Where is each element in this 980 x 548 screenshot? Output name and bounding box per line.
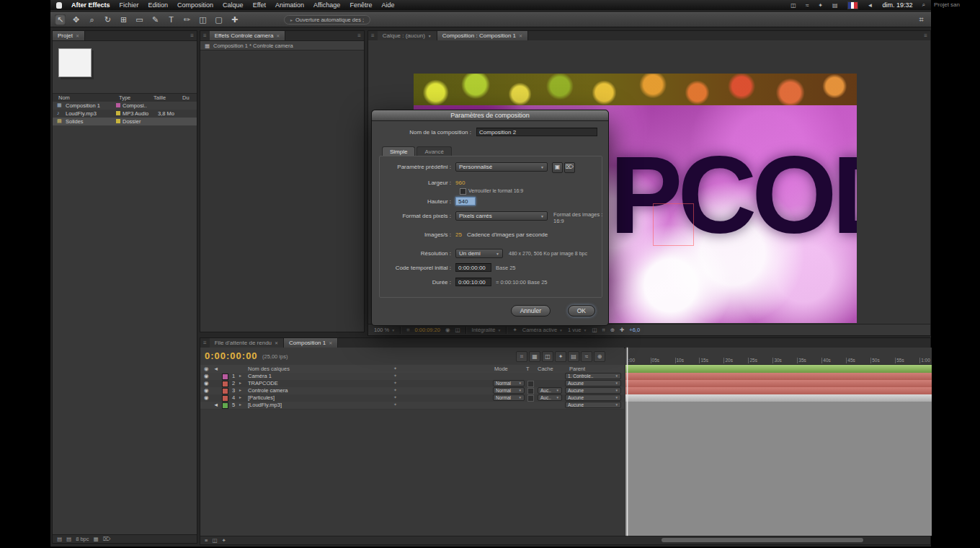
dropdown-icon[interactable]: ▼ [428, 34, 432, 38]
trkmat-checkbox[interactable] [527, 395, 534, 402]
french-flag-input-menu-icon[interactable] [847, 1, 858, 9]
expander-icon[interactable]: ▸ [239, 373, 241, 378]
bit-depth-indicator[interactable]: 8 bpc [76, 536, 89, 542]
region-of-interest-dropdown[interactable]: Intégralité ▼ [472, 327, 502, 333]
eye-icon[interactable]: ◉ [204, 387, 209, 394]
reset-exposure-icon[interactable]: ✚ [620, 327, 624, 333]
camera-view-dropdown[interactable]: Caméra active ▼ [522, 327, 563, 333]
in-out-panes-icon[interactable]: ✦ [221, 537, 226, 544]
expander-icon[interactable]: ▸ [239, 394, 241, 399]
close-icon[interactable]: ✕ [519, 33, 522, 38]
safe-zones-icon[interactable]: ⌗ [406, 327, 409, 334]
fast-preview-icon[interactable]: ✦ [512, 327, 517, 333]
mask-tool-icon[interactable]: ▭ [134, 14, 145, 25]
close-icon[interactable]: ✕ [329, 340, 332, 345]
show-channel-icon[interactable]: ◫ [455, 327, 460, 333]
tab-render-queue[interactable]: File d'attente de rendu ✕ [210, 338, 284, 348]
layer-switches[interactable]: ✦ [393, 380, 401, 385]
comp-name-input[interactable] [476, 128, 597, 136]
brush-tool-icon[interactable]: ✏ [182, 14, 192, 25]
layer-name[interactable]: Controle camera [248, 387, 288, 394]
tab-projet[interactable]: Projet ✕ [53, 31, 85, 40]
label-color-swatch[interactable] [222, 402, 228, 409]
panel-grip-icon[interactable]: ≡ [368, 31, 378, 40]
layer-row[interactable]: ◄ 5 ▸ [LoudFly.mp3] ✦ Aucune ▼ [200, 402, 624, 410]
tab-calque[interactable]: Calque : (aucun) ▼ [378, 31, 437, 40]
close-icon[interactable]: ✕ [76, 33, 79, 38]
col-nom[interactable]: Nom [58, 94, 70, 101]
menu-fichier[interactable]: Fichier [120, 1, 139, 9]
eye-icon[interactable]: ◉ [204, 394, 209, 401]
volume-menu-icon[interactable]: ◄ [868, 2, 873, 9]
puppet-tool-icon[interactable]: ✚ [229, 14, 240, 25]
snapshot-icon[interactable]: ◉ [445, 327, 450, 333]
label-color-swatch[interactable] [222, 388, 228, 394]
time-ruler[interactable]: :0005s10s15s20s25s30s35s40s45s50s55s1:00 [625, 348, 932, 365]
layer-name[interactable]: Caméra 1 [248, 373, 272, 379]
workspace-icon[interactable]: ⌗ [916, 14, 927, 25]
label-color-tag[interactable] [116, 111, 120, 115]
eraser-tool-icon[interactable]: ▢ [213, 14, 224, 25]
graph-editor-icon[interactable]: ⊕ [594, 351, 605, 362]
trkmat-checkbox[interactable] [527, 381, 534, 387]
horizontal-scrollbar[interactable] [662, 538, 863, 542]
menu-affichage[interactable]: Affichage [313, 1, 340, 9]
view-layout-dropdown[interactable]: 1 vue ▼ [568, 327, 587, 333]
transfer-controls-icon[interactable]: ◫ [212, 537, 217, 544]
auto-open-toggle[interactable]: ▸ Ouverture automatique des ; [284, 15, 370, 25]
layer-name[interactable]: TRAPCODE [248, 380, 278, 386]
layer-name[interactable]: [Particules] [248, 394, 275, 401]
col-mode[interactable]: Mode [494, 366, 508, 372]
preset-dropdown[interactable]: Personnalisé ▼ [455, 162, 548, 172]
timeline-button-icon[interactable]: ⌗ [602, 327, 605, 334]
layer-switches[interactable]: ✦ [393, 402, 401, 407]
ok-button[interactable]: OK [568, 305, 595, 317]
menu-animation[interactable]: Animation [275, 1, 304, 9]
menu-app[interactable]: After Effects [71, 1, 110, 9]
current-time-indicator[interactable] [627, 348, 628, 536]
height-input[interactable] [455, 197, 476, 206]
layer-name[interactable]: [LoudFly.mp3] [248, 402, 282, 408]
zoom-level-dropdown[interactable]: 100 % ▼ [374, 327, 395, 333]
exposure-value[interactable]: +6,0 [629, 327, 640, 333]
menu-fenetre[interactable]: Fenêtre [349, 1, 372, 9]
menu-aide[interactable]: Aide [381, 1, 394, 9]
mode-dropdown[interactable]: Normal ▼ [493, 380, 525, 386]
start-timecode-input[interactable] [455, 263, 491, 272]
close-icon[interactable]: ✕ [276, 33, 280, 38]
pan-behind-tool-icon[interactable]: ⊞ [118, 14, 129, 25]
col-type[interactable]: Type [119, 94, 130, 101]
mode-dropdown[interactable]: Normal ▼ [493, 394, 525, 401]
col-taille[interactable]: Taille [153, 94, 166, 101]
panel-menu-icon[interactable]: ≡ [355, 31, 364, 40]
tab-avance[interactable]: Avancé [416, 146, 452, 156]
lock-aspect-checkbox[interactable] [460, 188, 466, 195]
parent-dropdown[interactable]: Aucune ▼ [565, 387, 621, 394]
label-color-swatch[interactable] [222, 395, 228, 402]
label-color-tag[interactable] [116, 119, 120, 123]
hand-tool-icon[interactable]: ✥ [71, 14, 81, 25]
viewer-timecode[interactable]: 0:00:09:20 [414, 327, 440, 333]
orbit-camera-tool-icon[interactable]: ↻ [102, 14, 113, 25]
new-folder-icon[interactable]: ▤ [66, 536, 71, 542]
layer-switches[interactable]: ✦ [393, 387, 401, 392]
cache-dropdown[interactable]: Auc.. ▼ [538, 394, 562, 401]
timeline-track-background[interactable] [625, 402, 932, 536]
framerate-value[interactable]: 25 [455, 231, 462, 238]
menu-composition[interactable]: Composition [177, 1, 213, 9]
eye-icon[interactable]: ◉ [204, 380, 209, 386]
hide-shy-layers-icon[interactable]: ◫ [542, 351, 553, 362]
frame-blending-icon[interactable]: ✦ [555, 351, 566, 362]
save-preset-icon[interactable]: ▣ [552, 162, 563, 173]
duration-input[interactable] [455, 278, 491, 286]
new-comp-icon[interactable]: ▦ [94, 536, 99, 542]
tab-simple[interactable]: Simple [382, 146, 415, 156]
col-layer-name[interactable]: Nom des calques [248, 366, 290, 372]
label-color-tag[interactable] [116, 103, 120, 107]
col-cache[interactable]: Cache [538, 366, 553, 372]
spotlight-icon[interactable]: ⌕ [922, 1, 925, 9]
panel-menu-icon[interactable]: ≡ [921, 31, 930, 40]
project-row[interactable]: ♪ LoudFly.mp3 MP3 Audio 3,8 Mo [53, 110, 197, 118]
expander-icon[interactable]: ▸ [239, 380, 241, 385]
close-icon[interactable]: ✕ [275, 340, 278, 345]
